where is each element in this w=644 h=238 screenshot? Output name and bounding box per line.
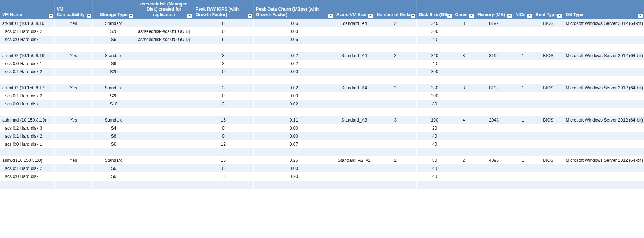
column-header[interactable]: Memory (MB)	[475, 0, 513, 19]
filter-dropdown-icon[interactable]	[368, 13, 373, 18]
cell: Standard_A2_v2	[334, 156, 374, 164]
cell: S20	[92, 92, 135, 100]
cell: 100	[416, 116, 453, 124]
cell: 300	[416, 68, 453, 76]
cell: 0	[193, 164, 254, 172]
cell	[475, 124, 513, 132]
cell	[135, 172, 193, 181]
cell: S20	[92, 68, 135, 76]
cell	[475, 172, 513, 181]
cell	[475, 140, 513, 148]
column-header[interactable]: Azure VM Size	[334, 0, 374, 19]
table-row	[0, 181, 644, 189]
cell	[453, 164, 475, 172]
cell	[54, 27, 92, 36]
cell	[135, 116, 193, 124]
cell	[254, 108, 334, 116]
cell: 0.02	[254, 100, 334, 108]
cell: asrseeddisk-scsi0:0[GUID]	[135, 36, 193, 44]
table-row	[0, 148, 644, 156]
column-header[interactable]: OS Type	[563, 0, 644, 19]
cell	[513, 164, 533, 172]
cell	[0, 76, 54, 84]
filter-dropdown-icon[interactable]	[469, 13, 474, 18]
filter-dropdown-icon[interactable]	[411, 13, 416, 18]
cell	[475, 132, 513, 140]
cell	[334, 124, 374, 132]
cell	[475, 92, 513, 100]
cell	[563, 44, 644, 52]
cell: scsi0:0 Hard disk 1	[0, 100, 54, 108]
cell: 15	[193, 116, 254, 124]
filter-dropdown-icon[interactable]	[247, 13, 253, 18]
cell: 80	[416, 100, 453, 108]
filter-dropdown-icon[interactable]	[447, 13, 452, 18]
cell: 40	[416, 172, 453, 181]
filter-dropdown-icon[interactable]	[507, 13, 512, 18]
cell	[453, 100, 475, 108]
cell	[533, 44, 563, 52]
column-header[interactable]: Storage Type	[92, 0, 135, 19]
column-header-label: Number of Disks	[376, 12, 411, 17]
filter-dropdown-icon[interactable]	[557, 13, 562, 18]
cell: scsi0:0 Hard disk 1	[0, 172, 54, 181]
cell	[513, 100, 533, 108]
cell	[475, 60, 513, 68]
cell: an-mt02 (10.150.8.16)	[0, 52, 54, 60]
column-header[interactable]: asrseeddisk (Managed Disk) created for r…	[135, 0, 193, 19]
cell: Microsoft Windows Server 2012 (64-bit)	[563, 156, 644, 164]
cell: Microsoft Windows Server 2012 (64-bit)	[563, 19, 644, 27]
cell	[135, 181, 193, 189]
cell	[334, 68, 374, 76]
column-header[interactable]: Cores	[453, 0, 475, 19]
cell	[334, 108, 374, 116]
column-header[interactable]: Number of Disks	[374, 0, 416, 19]
cell	[135, 124, 193, 132]
filter-dropdown-icon[interactable]	[328, 13, 333, 18]
filter-dropdown-icon[interactable]	[638, 13, 643, 18]
cell: 0.02	[254, 84, 334, 92]
column-header[interactable]: VM Compatibility	[54, 0, 92, 19]
cell: 0.02	[254, 60, 334, 68]
cell	[54, 68, 92, 76]
column-header[interactable]: Disk Size (GB)	[416, 0, 453, 19]
cell	[374, 36, 416, 44]
filter-dropdown-icon[interactable]	[527, 13, 532, 18]
cell: 0.00	[254, 132, 334, 140]
cell	[54, 164, 92, 172]
cell: Yes	[54, 116, 92, 124]
cell	[54, 44, 92, 52]
cell: S6	[92, 164, 135, 172]
cell	[54, 92, 92, 100]
column-header[interactable]: NICs	[513, 0, 533, 19]
filter-dropdown-icon[interactable]	[187, 13, 192, 18]
cell: S6	[92, 36, 135, 44]
cell	[563, 92, 644, 100]
cell	[416, 76, 453, 84]
cell	[135, 189, 193, 197]
cell: 0.00	[254, 92, 334, 100]
cell	[0, 189, 54, 197]
column-header[interactable]: VM Name	[0, 0, 54, 19]
cell: BIOS	[533, 116, 563, 124]
column-header-label: Peak R/W IOPS (with Growth Factor)	[195, 7, 251, 17]
cell	[334, 36, 374, 44]
column-header[interactable]: Boot Type	[533, 0, 563, 19]
table-row	[0, 108, 644, 116]
cell	[563, 108, 644, 116]
cell	[453, 44, 475, 52]
filter-dropdown-icon[interactable]	[48, 13, 54, 18]
filter-dropdown-icon[interactable]	[129, 13, 134, 18]
cell: 0.06	[254, 36, 334, 44]
cell	[374, 76, 416, 84]
cell: 4096	[475, 156, 513, 164]
cell	[563, 27, 644, 36]
cell	[513, 189, 533, 197]
column-header[interactable]: Peak R/W IOPS (with Growth Factor)	[193, 0, 254, 19]
filter-dropdown-icon[interactable]	[87, 13, 92, 18]
cell: S6	[92, 172, 135, 181]
column-header[interactable]: Peak Data Churn (MBps) (with Growth Fact…	[254, 0, 334, 19]
cell: BIOS	[533, 84, 563, 92]
cell	[416, 189, 453, 197]
table-row: scsi0:1 Hard disk 2S20asrseeddisk-scsi0:…	[0, 27, 644, 36]
